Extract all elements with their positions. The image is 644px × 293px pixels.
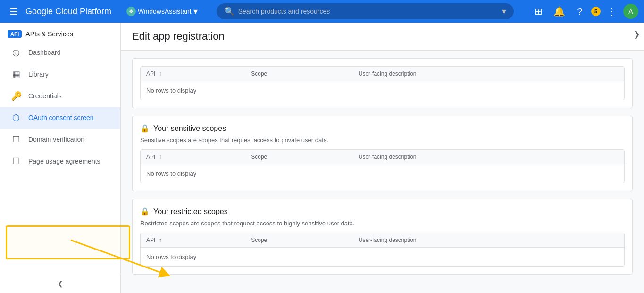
page-usage-icon: ☐ bbox=[11, 156, 21, 166]
sensitive-scopes-table-container: API ↑ Scope User-facing description No r… bbox=[140, 149, 625, 183]
project-selector[interactable]: ❖ WindowsAssistant ▾ bbox=[123, 4, 201, 18]
api-badge: API bbox=[8, 30, 22, 38]
sensitive-section-title: 🔒 Your sensitive scopes bbox=[140, 124, 625, 133]
top-table-header-row: API ↑ Scope User-facing description bbox=[141, 67, 624, 81]
main-header: Edit app registration bbox=[121, 23, 644, 51]
project-initial: ❖ bbox=[129, 9, 134, 15]
annotation-box-save bbox=[121, 225, 130, 259]
logo: Google Cloud Platform bbox=[25, 7, 111, 17]
sensitive-lock-icon: 🔒 bbox=[140, 124, 150, 133]
restricted-section-title: 🔒 Your restricted scopes bbox=[140, 207, 625, 216]
sidebar-label-page-usage: Page usage agreements bbox=[28, 157, 100, 165]
more-options-icon[interactable]: ⋮ bbox=[602, 2, 621, 21]
top-scopes-table-container: API ↑ Scope User-facing description No r… bbox=[140, 66, 625, 100]
table-row: No rows to display bbox=[141, 164, 624, 183]
scopes-top-section: API ↑ Scope User-facing description No r… bbox=[132, 58, 633, 108]
table-row: No rows to display bbox=[141, 81, 624, 100]
sidebar-label-domain: Domain verification bbox=[28, 136, 84, 143]
sensitive-scopes-table: API ↑ Scope User-facing description No r… bbox=[141, 150, 624, 183]
sensitive-description: Sensitive scopes are scopes that request… bbox=[140, 137, 625, 144]
sidebar-label-oauth: OAuth consent screen bbox=[28, 114, 94, 121]
notifications-icon[interactable]: 🔔 bbox=[550, 2, 569, 21]
restricted-description: Restricted scopes are scopes that reques… bbox=[140, 220, 625, 227]
sensitive-col-api[interactable]: API ↑ bbox=[141, 150, 245, 164]
restricted-lock-icon: 🔒 bbox=[140, 207, 150, 216]
restricted-title-text: Your restricted scopes bbox=[153, 207, 228, 216]
sidebar-item-page-usage[interactable]: ☐ Page usage agreements bbox=[0, 150, 120, 172]
restricted-table-header-row: API ↑ Scope User-facing description bbox=[141, 233, 624, 248]
sidebar-item-oauth[interactable]: ⬡ OAuth consent screen bbox=[0, 107, 120, 129]
sidebar-item-library[interactable]: ▦ Library bbox=[0, 63, 120, 85]
sidebar-bottom: ❮ bbox=[0, 274, 120, 293]
restricted-scopes-table: API ↑ Scope User-facing description No r… bbox=[141, 233, 624, 266]
project-icon: ❖ bbox=[126, 7, 136, 16]
sidebar-label-credentials: Credentials bbox=[28, 92, 62, 100]
sensitive-table-header-row: API ↑ Scope User-facing description bbox=[141, 150, 624, 164]
sidebar: API APIs & Services ◎ Dashboard ▦ Librar… bbox=[0, 23, 121, 293]
sort-arrow-icon: ↑ bbox=[159, 70, 162, 77]
sensitive-col-desc: User-facing description bbox=[353, 150, 624, 164]
hamburger-menu-icon[interactable]: ☰ bbox=[6, 2, 22, 21]
sensitive-title-text: Your sensitive scopes bbox=[153, 124, 226, 133]
sidebar-label-library: Library bbox=[28, 70, 49, 78]
restricted-col-api[interactable]: API ↑ bbox=[141, 233, 245, 248]
right-collapse-icon: ❯ bbox=[634, 30, 640, 39]
oauth-icon: ⬡ bbox=[11, 112, 21, 123]
top-col-api[interactable]: API ↑ bbox=[141, 67, 245, 81]
collapse-icon: ❮ bbox=[58, 280, 63, 287]
apps-icon[interactable]: ⊞ bbox=[529, 2, 548, 21]
dashboard-icon: ◎ bbox=[11, 47, 21, 58]
restricted-scopes-table-container: API ↑ Scope User-facing description No r… bbox=[140, 233, 625, 267]
top-navigation: ☰ Google Cloud Platform ❖ WindowsAssista… bbox=[0, 0, 644, 23]
restricted-scopes-section: 🔒 Your restricted scopes Restricted scop… bbox=[132, 199, 633, 275]
main-content: Edit app registration API ↑ Scope User-f… bbox=[121, 23, 644, 293]
cancel-button[interactable]: CANCEL bbox=[224, 290, 268, 293]
sidebar-collapse-button[interactable]: ❮ bbox=[0, 274, 120, 293]
sidebar-label-dashboard: Dashboard bbox=[28, 49, 61, 56]
sidebar-item-credentials[interactable]: 🔑 Credentials bbox=[0, 85, 120, 107]
page-title: Edit app registration bbox=[132, 30, 633, 43]
sensitive-scopes-section: 🔒 Your sensitive scopes Sensitive scopes… bbox=[132, 116, 633, 191]
search-icon: 🔍 bbox=[224, 6, 234, 17]
search-placeholder-text: Search products and resources bbox=[238, 8, 498, 15]
restricted-col-desc: User-facing description bbox=[353, 233, 624, 248]
help-icon[interactable]: ? bbox=[570, 2, 589, 21]
right-panel-collapse-button[interactable]: ❯ bbox=[629, 23, 644, 45]
top-col-desc: User-facing description bbox=[353, 67, 624, 81]
project-name: WindowsAssistant bbox=[138, 8, 192, 15]
user-badge[interactable]: 5 bbox=[591, 7, 601, 16]
save-and-continue-button[interactable]: SAVE AND CONTINUE bbox=[132, 290, 220, 293]
credentials-icon: 🔑 bbox=[11, 91, 21, 101]
domain-icon: ☐ bbox=[11, 134, 21, 145]
user-avatar[interactable]: A bbox=[623, 4, 638, 19]
restricted-table-empty: No rows to display bbox=[141, 248, 624, 267]
sensitive-sort-arrow-icon: ↑ bbox=[159, 154, 162, 160]
sidebar-header: API APIs & Services bbox=[0, 23, 120, 42]
topnav-right-actions: ⊞ 🔔 ? 5 ⋮ A bbox=[529, 2, 638, 21]
sidebar-nav: ◎ Dashboard ▦ Library 🔑 Credentials ⬡ OA… bbox=[0, 42, 120, 274]
restricted-sort-arrow-icon: ↑ bbox=[159, 237, 162, 243]
sidebar-service-title: APIs & Services bbox=[25, 30, 73, 38]
table-row: No rows to display bbox=[141, 248, 624, 267]
bottom-actions: SAVE AND CONTINUE CANCEL bbox=[132, 282, 633, 293]
sidebar-item-domain[interactable]: ☐ Domain verification bbox=[0, 129, 120, 150]
main-body: API ↑ Scope User-facing description No r… bbox=[121, 51, 644, 293]
restricted-col-scope: Scope bbox=[245, 233, 353, 248]
top-table-empty: No rows to display bbox=[141, 81, 624, 100]
top-col-scope: Scope bbox=[245, 67, 353, 81]
library-icon: ▦ bbox=[11, 69, 21, 79]
project-chevron-down-icon: ▾ bbox=[193, 6, 198, 17]
app-layout: API APIs & Services ◎ Dashboard ▦ Librar… bbox=[0, 23, 644, 293]
sidebar-item-dashboard[interactable]: ◎ Dashboard bbox=[0, 42, 120, 63]
search-bar[interactable]: 🔍 Search products and resources ▾ bbox=[217, 3, 514, 19]
sensitive-col-scope: Scope bbox=[245, 150, 353, 164]
logo-text: Google Cloud Platform bbox=[25, 7, 111, 17]
search-expand-icon: ▾ bbox=[502, 6, 506, 17]
sensitive-table-empty: No rows to display bbox=[141, 164, 624, 183]
top-scopes-table: API ↑ Scope User-facing description No r… bbox=[141, 67, 624, 100]
